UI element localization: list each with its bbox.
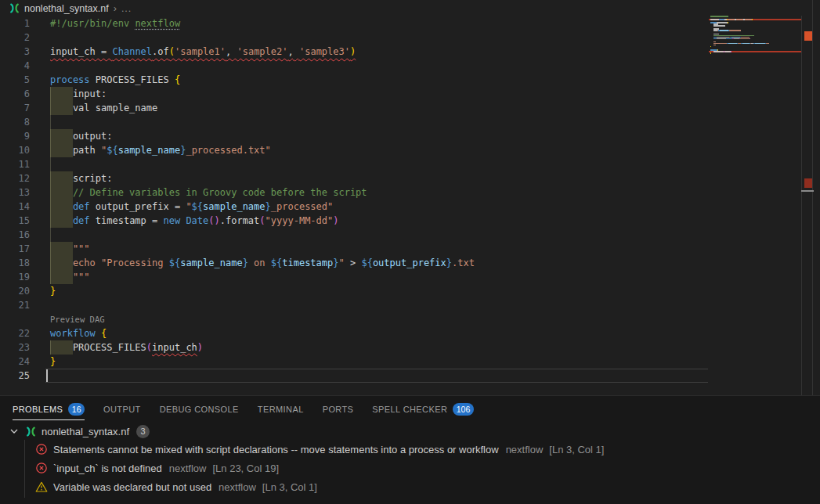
code-line-18[interactable]: 18echo "Processing ${sample_name} on ${t… xyxy=(0,256,800,270)
minimap-right-border xyxy=(801,16,802,395)
code-line-13[interactable]: 13// Define variables in Groovy code bef… xyxy=(0,185,800,200)
minimap-line xyxy=(745,19,752,20)
code-editor[interactable]: 1#!/usr/bin/env nextflow23input_ch = Cha… xyxy=(0,0,820,395)
line-number: 10 xyxy=(0,143,30,157)
code-line-12[interactable]: 12script: xyxy=(0,171,800,185)
code-line-24[interactable]: 24} xyxy=(0,355,800,369)
panel-tabs: PROBLEMS16OUTPUTDEBUG CONSOLETERMINALPOR… xyxy=(0,396,820,423)
code-line-22[interactable]: 22workflow { xyxy=(0,326,800,340)
line-number: 18 xyxy=(0,256,30,270)
minimap-line xyxy=(720,30,728,31)
code-line-10[interactable]: 10path "${sample_name}_processed.txt" xyxy=(0,143,800,157)
code-line-5[interactable]: 5process PROCESS_FILES { xyxy=(0,73,800,87)
overview-ruler-error-marker-line23[interactable] xyxy=(804,178,812,188)
tab-label: TERMINAL xyxy=(258,405,304,414)
problem-source: nextflow xyxy=(219,481,256,493)
minimap-line xyxy=(710,16,722,17)
minimap-line xyxy=(755,43,765,45)
tab-debug-console[interactable]: DEBUG CONSOLE xyxy=(160,396,239,423)
code-line-14[interactable]: 14def output_prefix = "${sample_name}_pr… xyxy=(0,200,800,214)
line-content: path "${sample_name}_processed.txt" xyxy=(50,143,271,157)
codelens-preview-dag[interactable]: Preview DAG xyxy=(50,315,105,324)
tab-ports[interactable]: PORTS xyxy=(323,396,354,423)
code-line-9[interactable]: 9output: xyxy=(0,129,800,143)
tab-label: OUTPUT xyxy=(103,405,141,414)
minimap-line xyxy=(728,43,737,45)
line-number: 22 xyxy=(0,326,30,340)
code-line-20[interactable]: 20} xyxy=(0,284,800,298)
tree-indent-guide xyxy=(24,440,25,498)
problems-file-name: nonlethal_syntax.nf xyxy=(42,426,129,437)
tab-label: PROBLEMS xyxy=(13,405,63,414)
problems-file-group[interactable]: nonlethal_syntax.nf 3 xyxy=(0,423,820,440)
minimap-line xyxy=(713,45,716,46)
error-icon xyxy=(35,462,48,474)
tab-label: DEBUG CONSOLE xyxy=(160,405,239,414)
line-number: 4 xyxy=(0,59,30,73)
line-number: 23 xyxy=(0,340,30,355)
line-content: """ xyxy=(50,270,90,284)
code-line-3[interactable]: 3input_ch = Channel.of('sample1', 'sampl… xyxy=(0,45,800,59)
overview-ruler-error-marker-line3[interactable] xyxy=(804,31,812,41)
minimap-line xyxy=(731,51,731,52)
current-line-highlight xyxy=(45,369,708,383)
line-number: 11 xyxy=(0,157,30,171)
nextflow-file-icon xyxy=(25,426,37,437)
minimap[interactable] xyxy=(709,16,801,70)
problem-source: nextflow xyxy=(169,463,207,474)
line-number: 21 xyxy=(0,298,30,312)
code-line-15[interactable]: 15def timestamp = new Date().format("yyy… xyxy=(0,214,800,228)
line-number: 15 xyxy=(0,214,30,228)
code-line-11[interactable]: 11 xyxy=(0,157,800,171)
problems-count-badge: 3 xyxy=(136,425,150,438)
minimap-line xyxy=(750,38,750,40)
line-content: workflow { xyxy=(50,326,107,340)
code-line-17[interactable]: 17""" xyxy=(0,242,800,256)
code-line-16[interactable]: 16 xyxy=(0,228,800,242)
line-content: echo "Processing ${sample_name} on ${tim… xyxy=(50,256,475,270)
minimap-line xyxy=(713,25,725,27)
code-line-19[interactable]: 19""" xyxy=(0,270,800,284)
line-number: 13 xyxy=(0,185,30,200)
minimap-line xyxy=(722,16,728,17)
overview-ruler-cursor-marker xyxy=(801,190,814,192)
minimap-line xyxy=(766,43,769,45)
minimap-line xyxy=(742,43,750,45)
code-line-6[interactable]: 6input: xyxy=(0,87,800,101)
minimap-line xyxy=(736,19,743,20)
tab-spell-checker[interactable]: SPELL CHECKER106 xyxy=(372,396,473,423)
text-cursor xyxy=(46,369,48,382)
code-line-21[interactable]: 21 xyxy=(0,298,800,312)
problem-message: Statements cannot be mixed with script d… xyxy=(53,444,499,455)
minimap-line xyxy=(719,19,724,20)
code-line-25[interactable]: 25 xyxy=(0,369,800,383)
code-line-23[interactable]: 23PROCESS_FILES(input_ch) xyxy=(0,340,800,355)
minimap-line xyxy=(710,19,719,20)
problem-row-3[interactable]: Variable was declared but not usednextfl… xyxy=(0,477,820,496)
problem-row-1[interactable]: Statements cannot be mixed with script d… xyxy=(0,440,820,459)
tab-problems[interactable]: PROBLEMS16 xyxy=(13,396,85,423)
line-number: 2 xyxy=(0,31,30,45)
code-line-2[interactable]: 2 xyxy=(0,31,800,45)
minimap-line xyxy=(752,19,753,20)
minimap-line xyxy=(710,52,711,54)
tab-output[interactable]: OUTPUT xyxy=(103,396,141,423)
code-line-8[interactable]: 8 xyxy=(0,115,800,129)
problem-row-2[interactable]: `input_ch` is not definednextflow[Ln 23,… xyxy=(0,459,820,477)
tab-label: SPELL CHECKER xyxy=(372,405,447,414)
minimap-line xyxy=(728,22,728,23)
code-line-4[interactable]: 4 xyxy=(0,59,800,73)
line-content: output: xyxy=(50,129,112,143)
chevron-down-icon[interactable] xyxy=(8,425,20,437)
line-number: 17 xyxy=(0,242,30,256)
code-line-7[interactable]: 7val sample_name xyxy=(0,101,800,115)
problem-location: [Ln 3, Col 1] xyxy=(549,444,604,455)
code-line-1[interactable]: 1#!/usr/bin/env nextflow xyxy=(0,16,800,31)
line-content: input: xyxy=(50,87,107,101)
tab-terminal[interactable]: TERMINAL xyxy=(258,396,304,423)
bottom-panel: PROBLEMS16OUTPUTDEBUG CONSOLETERMINALPOR… xyxy=(0,395,820,504)
line-number: 3 xyxy=(0,45,30,59)
tab-label: PORTS xyxy=(323,405,354,414)
minimap-line xyxy=(717,38,726,40)
tab-badge: 16 xyxy=(68,403,85,416)
